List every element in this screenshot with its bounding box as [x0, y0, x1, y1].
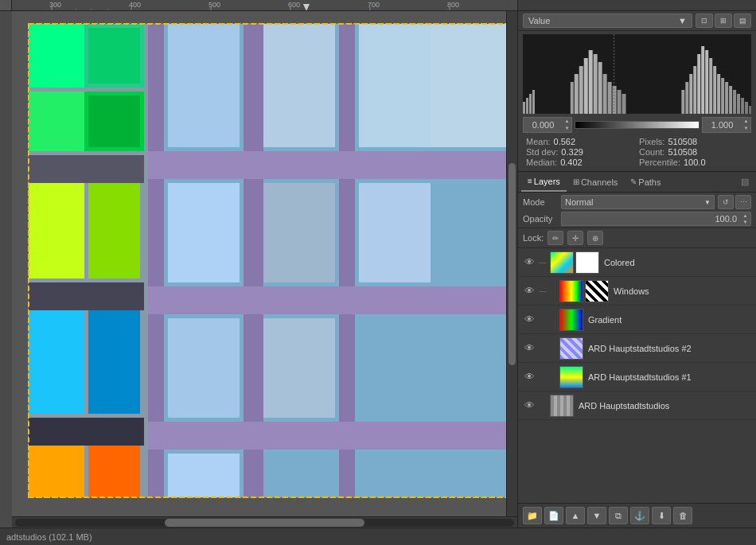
svg-rect-62: [584, 58, 588, 114]
svg-rect-23: [148, 151, 511, 179]
histogram-btn-1[interactable]: ⊡: [696, 14, 713, 28]
vertical-scrollbar[interactable]: [506, 11, 517, 516]
layer-colored-visibility[interactable]: 👁: [521, 255, 537, 271]
toolbar-delete-btn[interactable]: 🗑: [673, 507, 692, 524]
svg-text:400: 400: [129, 1, 141, 9]
layer-windows-name: Windows: [614, 286, 753, 296]
range-max-arrows[interactable]: ▲ ▼: [742, 117, 751, 133]
svg-rect-78: [709, 58, 712, 114]
lock-pixels-btn[interactable]: ✏: [548, 231, 563, 245]
stat-pixels: Pixels: 510508: [639, 137, 748, 146]
histogram-icons: ⊡ ⊞ ▤: [696, 14, 751, 28]
stat-median-label: Median:: [526, 158, 557, 167]
histogram-icon-2: ⊞: [720, 17, 727, 25]
svg-text:500: 500: [208, 1, 220, 9]
toolbar-move-up-btn[interactable]: ▲: [566, 507, 585, 524]
svg-rect-68: [613, 86, 617, 114]
layer-item-gradient[interactable]: 👁 Gradient: [518, 306, 756, 334]
histogram-btn-3[interactable]: ▤: [734, 14, 751, 28]
layer-gradient-visibility[interactable]: 👁: [521, 312, 537, 328]
scroll-thumb-h[interactable]: [165, 519, 364, 527]
range-max-input[interactable]: [702, 117, 742, 133]
status-bar: adtstudios (102.1 MB): [0, 527, 756, 545]
opacity-input[interactable]: [561, 212, 740, 226]
layer-windows-chain[interactable]: —: [537, 283, 548, 299]
layer-ard1-visibility[interactable]: 👁: [521, 369, 537, 385]
layer-item-ard[interactable]: 👁 ARD Hauptstadtstudios: [518, 391, 756, 420]
visibility-icon: 👁: [524, 399, 535, 411]
mode-options-btn[interactable]: ⋯: [735, 195, 751, 209]
stat-mean-label: Mean:: [526, 137, 551, 146]
svg-rect-44: [29, 183, 84, 278]
tab-paths[interactable]: ✎ Paths: [624, 172, 667, 192]
svg-rect-31: [263, 183, 335, 282]
svg-rect-70: [622, 94, 626, 114]
svg-rect-85: [737, 94, 740, 114]
delete-icon: 🗑: [679, 511, 688, 520]
range-min-arrows[interactable]: ▲ ▼: [563, 117, 572, 133]
lock-all-btn[interactable]: ⊕: [587, 231, 603, 245]
toolbar-new-group-btn[interactable]: 📁: [523, 507, 542, 524]
svg-rect-41: [88, 95, 140, 147]
mode-reset-btn[interactable]: ↺: [718, 195, 734, 209]
svg-text:600: 600: [288, 1, 300, 9]
tab-channels[interactable]: ⊞ Channels: [567, 172, 624, 192]
svg-rect-82: [725, 82, 728, 114]
svg-rect-29: [168, 454, 240, 498]
opacity-input-group: ▲ ▼: [561, 212, 751, 226]
lock-row: Lock: ✏ ✛ ⊕: [518, 228, 756, 248]
layer-item-ard2[interactable]: 👁 ARD Hauptstadtstudios #2: [518, 334, 756, 363]
svg-rect-87: [745, 102, 748, 114]
layer-ard-thumb: [550, 395, 574, 417]
layer-item-windows[interactable]: 👁 — Windows: [518, 277, 756, 306]
layers-toolbar: 📁 📄 ▲ ▼ ⧉ ⚓ ⬇: [518, 503, 756, 527]
dropdown-arrow-icon: ▼: [678, 16, 687, 25]
histogram-stats: Mean: 0.562 Pixels: 510508 Std dev: 0.32…: [518, 134, 756, 171]
layer-windows-visibility[interactable]: 👁: [521, 283, 537, 299]
ruler-top: 300 400 500 600 700 800: [12, 0, 517, 10]
svg-rect-45: [88, 183, 140, 278]
svg-rect-40: [29, 91, 84, 151]
toolbar-anchor-btn[interactable]: ⚓: [630, 507, 649, 524]
scroll-thumb-v[interactable]: [509, 163, 516, 365]
layer-item-colored[interactable]: 👁 — Colored: [518, 248, 756, 277]
svg-rect-32: [263, 318, 335, 418]
histogram-dropdown[interactable]: Value ▼: [523, 14, 692, 28]
lock-position-btn[interactable]: ✛: [567, 231, 583, 245]
lock-position-icon: ✛: [572, 234, 579, 243]
canvas-content[interactable]: [12, 11, 517, 527]
svg-rect-53: [88, 446, 140, 498]
histogram-dropdown-label: Value: [528, 16, 550, 25]
panel-menu-btn[interactable]: ▤: [737, 174, 753, 190]
svg-rect-28: [168, 318, 240, 418]
layer-colored-name: Colored: [604, 258, 753, 267]
stat-pixels-label: Pixels:: [639, 137, 664, 146]
svg-rect-0: [12, 0, 517, 10]
stat-count-value: 510508: [668, 147, 697, 157]
histogram-btn-2[interactable]: ⊞: [715, 14, 732, 28]
layer-colored-chain[interactable]: —: [537, 255, 548, 271]
toolbar-merge-btn[interactable]: ⬇: [652, 507, 671, 524]
range-min-input[interactable]: [523, 117, 563, 133]
layer-item-ard1[interactable]: 👁 ARD Hauptstadtstudios #1: [518, 363, 756, 391]
toolbar-move-down-btn[interactable]: ▼: [587, 507, 606, 524]
layers-list[interactable]: 👁 — Colored 👁: [518, 248, 756, 503]
range-max-group: ▲ ▼: [702, 117, 751, 133]
mode-dropdown-icon: ▼: [704, 199, 711, 206]
mode-label: Mode: [523, 197, 561, 207]
layer-ard-visibility[interactable]: 👁: [521, 398, 537, 414]
horizontal-scrollbar[interactable]: [12, 516, 517, 527]
opacity-arrows[interactable]: ▲ ▼: [740, 212, 751, 226]
svg-rect-56: [526, 98, 528, 114]
histogram-icon-1: ⊡: [701, 17, 707, 25]
svg-rect-77: [705, 50, 708, 114]
tab-layers[interactable]: ≡ Layers: [521, 172, 567, 192]
mode-select[interactable]: Normal ▼: [561, 195, 715, 209]
visibility-icon: 👁: [524, 313, 535, 325]
layer-colored-mask: [575, 251, 599, 274]
svg-rect-86: [741, 98, 744, 114]
toolbar-new-layer-btn[interactable]: 📄: [544, 507, 563, 524]
layer-ard2-visibility[interactable]: 👁: [521, 341, 537, 356]
layers-tab-icon: ≡: [528, 177, 532, 185]
toolbar-duplicate-btn[interactable]: ⧉: [609, 507, 628, 524]
